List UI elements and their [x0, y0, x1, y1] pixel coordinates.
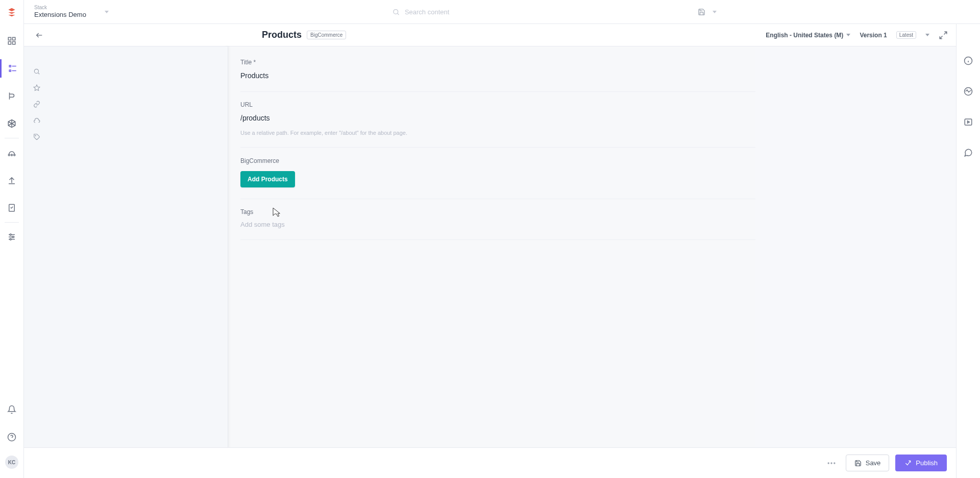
field-title-label: Title * — [240, 59, 767, 66]
content-models-icon[interactable] — [0, 87, 24, 105]
expand-icon[interactable] — [939, 31, 948, 40]
grid-caret-icon[interactable] — [713, 11, 717, 13]
more-actions-button[interactable] — [823, 455, 840, 471]
tags-input[interactable]: Add some tags — [240, 221, 767, 228]
assets-icon[interactable] — [0, 114, 24, 133]
global-search[interactable] — [392, 8, 589, 16]
publish-label: Publish — [916, 459, 938, 467]
locale-label: English - United States (M) — [766, 32, 843, 39]
svg-line-24 — [940, 36, 942, 38]
field-tags: Tags Add some tags — [240, 199, 767, 240]
side-search-icon[interactable] — [30, 65, 43, 78]
svg-rect-4 — [9, 65, 11, 67]
preview-icon[interactable] — [962, 116, 974, 128]
stack-name: Extensions Demo — [34, 11, 86, 19]
side-tag-icon[interactable] — [30, 130, 43, 144]
svg-point-17 — [12, 236, 14, 238]
entry-side-panel — [24, 46, 228, 478]
title-input[interactable] — [240, 71, 767, 80]
svg-point-20 — [393, 9, 398, 14]
publish-icon — [904, 460, 912, 467]
brand-logo[interactable] — [7, 7, 17, 17]
field-url: URL Use a relative path. For example, en… — [240, 92, 767, 148]
svg-rect-0 — [8, 37, 11, 40]
side-cloud-icon[interactable] — [30, 114, 43, 127]
info-icon[interactable] — [962, 55, 974, 67]
save-icon — [854, 460, 862, 467]
content-type-badge: BigCommerce — [307, 31, 346, 39]
stack-caret-icon[interactable] — [105, 11, 109, 13]
stack-label: Stack — [34, 5, 86, 11]
help-icon[interactable] — [0, 428, 24, 446]
latest-badge: Latest — [896, 31, 916, 39]
rail-divider-2 — [5, 222, 19, 223]
svg-point-36 — [830, 462, 832, 464]
svg-point-10 — [14, 154, 15, 156]
svg-point-18 — [10, 238, 11, 240]
publish-queue-icon[interactable] — [0, 144, 24, 162]
rail-divider — [5, 138, 19, 138]
settings-icon[interactable] — [0, 228, 24, 246]
add-products-button[interactable]: Add Products — [240, 171, 295, 187]
entry-title: Products — [262, 30, 302, 40]
locale-selector[interactable]: English - United States (M) — [766, 32, 850, 39]
version-label: Version 1 — [860, 32, 887, 39]
svg-rect-6 — [9, 70, 11, 71]
releases-icon[interactable] — [0, 171, 24, 189]
chevron-down-icon — [846, 34, 850, 36]
left-nav-rail: KC — [0, 0, 24, 478]
user-avatar[interactable]: KC — [5, 456, 18, 469]
svg-rect-2 — [8, 42, 11, 44]
footer-bar: Save Publish — [24, 447, 956, 478]
url-input[interactable] — [240, 114, 767, 122]
discussions-icon[interactable] — [962, 147, 974, 159]
svg-point-16 — [10, 234, 11, 235]
svg-line-23 — [944, 32, 947, 34]
svg-rect-33 — [965, 119, 972, 125]
notifications-icon[interactable] — [0, 400, 24, 419]
search-icon — [392, 8, 400, 16]
save-button[interactable]: Save — [846, 455, 890, 471]
save-shortcut-icon[interactable] — [698, 8, 705, 16]
svg-point-37 — [834, 462, 835, 464]
entries-icon[interactable] — [0, 59, 24, 78]
form-column: Title * URL Use a relative path. For exa… — [228, 46, 779, 478]
field-title: Title * — [240, 58, 767, 92]
dashboard-icon[interactable] — [0, 32, 24, 50]
svg-point-8 — [8, 154, 10, 156]
search-input[interactable] — [405, 8, 589, 16]
top-bar: Stack Extensions Demo — [24, 0, 980, 24]
url-help-text: Use a relative path. For example, enter … — [240, 130, 767, 136]
svg-rect-1 — [13, 37, 15, 40]
svg-marker-27 — [34, 85, 40, 90]
version-caret-icon[interactable] — [925, 34, 929, 36]
svg-point-28 — [35, 135, 36, 136]
svg-point-25 — [34, 69, 38, 73]
save-label: Save — [866, 459, 881, 467]
side-link-icon[interactable] — [30, 98, 43, 111]
field-url-label: URL — [240, 101, 767, 108]
svg-marker-34 — [968, 121, 970, 124]
field-bigcommerce: BigCommerce Add Products — [240, 148, 767, 199]
entry-header-bar: Products BigCommerce English - United St… — [24, 24, 956, 46]
publish-button[interactable]: Publish — [895, 455, 947, 471]
field-bigcommerce-label: BigCommerce — [240, 157, 279, 164]
svg-line-21 — [397, 13, 399, 15]
side-star-icon[interactable] — [30, 81, 43, 94]
right-rail — [956, 24, 980, 478]
tasks-icon[interactable] — [0, 199, 24, 217]
activity-icon[interactable] — [962, 85, 974, 98]
back-button[interactable] — [32, 28, 46, 42]
svg-line-26 — [38, 73, 40, 75]
stack-selector[interactable]: Stack Extensions Demo — [34, 5, 86, 19]
svg-rect-3 — [13, 42, 15, 44]
svg-point-9 — [11, 154, 13, 156]
svg-point-35 — [827, 462, 829, 464]
meta-column — [755, 46, 956, 478]
field-tags-label: Tags — [240, 208, 767, 216]
